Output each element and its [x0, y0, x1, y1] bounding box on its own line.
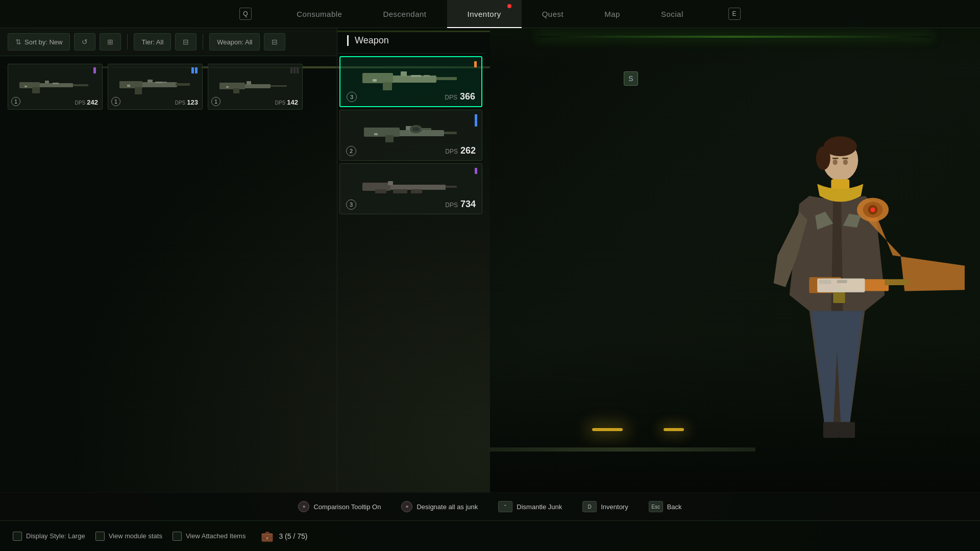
filter-divider-2 [203, 34, 203, 49]
weapon-list[interactable]: 3 DPS 366 [337, 54, 485, 551]
weapon-card-1-inner: 1 DPS 242 [8, 64, 102, 109]
weapon-card-2-tier: 1 [111, 97, 120, 106]
nav-map-label: Map [604, 10, 620, 18]
weapon-list-3-tier: 3 [346, 199, 356, 210]
svg-rect-28 [424, 75, 430, 77]
weapon-list-2-tier: 2 [346, 146, 356, 156]
svg-rect-16 [219, 83, 245, 89]
weapon-list-item-2[interactable]: 2 DPS 262 [339, 110, 482, 161]
weapon-type-filter-button[interactable]: ⊟ [264, 33, 285, 51]
weapon-list-2-mod [474, 114, 478, 127]
nav-descendant-label: Descendant [383, 10, 426, 18]
mod-pip-purple [93, 67, 96, 73]
weapon-list-item-3[interactable]: 3 DPS 734 [339, 163, 482, 214]
weapon-card-3[interactable]: 1 DPS 142 [208, 64, 303, 110]
svg-rect-34 [374, 133, 378, 135]
filter-divider-1 [127, 34, 128, 49]
inventory-notification-dot [507, 4, 511, 8]
svg-point-36 [412, 127, 420, 132]
view-attached-checkbox-box[interactable] [173, 532, 182, 541]
svg-rect-13 [155, 82, 163, 83]
nav-quest[interactable]: Quest [522, 0, 584, 28]
refresh-button[interactable]: ↺ [74, 33, 95, 51]
inventory-key: D [582, 501, 597, 512]
weapon-filter-button[interactable]: ⊟ [175, 33, 197, 51]
weapon-card-3-image [217, 73, 293, 101]
nav-social-label: Social [661, 10, 683, 18]
comparison-key: ☀ [298, 501, 309, 512]
weapon-list-item-1[interactable]: 3 DPS 366 [339, 56, 482, 107]
svg-rect-40 [446, 186, 457, 188]
svg-rect-31 [444, 132, 457, 134]
nav-descendant[interactable]: Descendant [362, 0, 447, 28]
weapon-type-button[interactable]: Weapon: All [209, 33, 260, 51]
left-panel: ⇅ Sort by: New ↺ ⊞ Tier: All ⊟ Weapon: A… [0, 28, 337, 551]
weapon-list-1-dps: DPS 366 [445, 91, 475, 102]
comparison-key-icon: ☀ [298, 501, 309, 512]
svg-rect-4 [45, 81, 49, 83]
inventory-key-icon: D [582, 501, 597, 512]
sort-icon: ⇅ [15, 38, 21, 46]
display-style-checkbox-box[interactable] [13, 532, 22, 541]
svg-rect-22 [362, 73, 393, 83]
svg-rect-27 [411, 75, 421, 77]
svg-rect-10 [135, 87, 142, 94]
s-key-badge: S [624, 71, 638, 86]
weapon-card-3-inner: 1 DPS 142 [208, 64, 302, 109]
weapon-card-2-image [117, 73, 193, 101]
bottom-actions-bar: ☀ Comparison Tooltip On ☀ Designate all … [0, 492, 980, 520]
nav-consumable-label: Consumable [297, 10, 342, 18]
nav-inventory-label: Inventory [468, 10, 501, 18]
sort-button[interactable]: ⇅ Sort by: New [8, 33, 70, 51]
weapon-card-1[interactable]: 1 DPS 242 [8, 64, 103, 110]
inventory-count-text: 3 (5 / 75) [279, 532, 307, 540]
svg-rect-9 [176, 83, 190, 86]
back-key: Esc [649, 501, 663, 512]
nav-consumable[interactable]: Consumable [276, 0, 362, 28]
refresh-icon: ↺ [82, 38, 88, 46]
svg-rect-5 [24, 86, 27, 87]
display-style-checkbox[interactable]: Display Style: Large [13, 532, 85, 541]
weapon-type-label: Weapon: All [217, 38, 252, 46]
view-attached-checkbox[interactable]: View Attached Items [173, 532, 246, 541]
layers-icon: ⊞ [107, 38, 113, 46]
designate-key-icon: ☀ [401, 501, 412, 512]
view-module-checkbox[interactable]: View module stats [95, 532, 162, 541]
main-content: ⇅ Sort by: New ↺ ⊞ Tier: All ⊟ Weapon: A… [0, 28, 980, 551]
view-module-checkbox-box[interactable] [95, 532, 105, 541]
nav-q-key[interactable]: Q [215, 0, 276, 28]
svg-rect-23 [436, 77, 457, 80]
svg-rect-3 [32, 87, 40, 93]
comparison-label: Comparison Tooltip On [313, 503, 381, 511]
weapon-list-2-dps: DPS 262 [445, 145, 476, 156]
svg-rect-32 [385, 135, 394, 142]
svg-rect-30 [364, 128, 400, 137]
nav-e-key[interactable]: E [704, 0, 765, 28]
mod-pip-orange [474, 61, 477, 67]
designate-key: ☀ [401, 501, 412, 512]
designate-junk-action: ☀ Designate all as junk [401, 501, 478, 512]
panel-divider [337, 28, 337, 520]
weapon-card-2-inner: 1 DPS 123 [108, 64, 202, 109]
svg-rect-37 [421, 128, 431, 130]
nav-inventory[interactable]: Inventory [447, 0, 522, 28]
tier-button[interactable]: Tier: All [134, 33, 171, 51]
svg-rect-2 [73, 84, 88, 86]
dismantle-key: ⌃ [498, 501, 512, 512]
display-style-label: Display Style: Large [26, 532, 85, 540]
mod-pip-empty-2 [293, 67, 296, 73]
weapon-card-1-dps: DPS 242 [75, 98, 98, 106]
nav-quest-label: Quest [542, 10, 564, 18]
svg-rect-41 [375, 189, 386, 193]
svg-rect-11 [148, 80, 153, 83]
layers-button[interactable]: ⊞ [100, 33, 121, 51]
sort-label: Sort by: New [24, 38, 62, 46]
nav-social[interactable]: Social [641, 0, 704, 28]
svg-rect-20 [226, 86, 229, 88]
nav-map[interactable]: Map [584, 0, 641, 28]
weapon-card-1-tier: 1 [11, 97, 20, 106]
svg-rect-6 [53, 83, 59, 84]
svg-rect-14 [163, 82, 167, 83]
weapon-card-2[interactable]: 1 DPS 123 [108, 64, 203, 110]
dismantle-label: Dismantle Junk [517, 503, 562, 511]
